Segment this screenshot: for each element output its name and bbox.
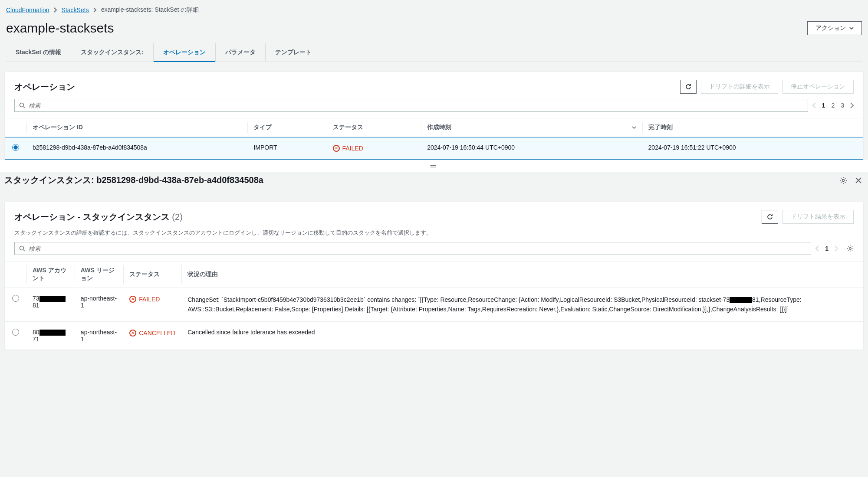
actions-label: アクション xyxy=(815,24,846,32)
cell-reason: ChangeSet: `StackImport-c5b0f8459b4e730b… xyxy=(181,288,863,322)
pager-page-1[interactable]: 1 xyxy=(825,245,829,252)
sort-desc-icon xyxy=(632,126,636,129)
show-drift-results-button[interactable]: ドリフト結果を表示 xyxy=(783,210,854,224)
cell-account: 8071 xyxy=(26,321,75,350)
instances-search-input[interactable] xyxy=(29,245,806,252)
col-op-id[interactable]: オペレーション ID xyxy=(26,118,247,137)
actions-dropdown[interactable]: アクション xyxy=(807,21,862,35)
page-title: example-stacksets xyxy=(6,21,114,36)
cell-status: ✕ CANCELLED xyxy=(123,321,181,350)
svg-point-2 xyxy=(20,246,24,250)
table-row[interactable]: 8071 ap-northeast-1 ✕ CANCELLED Cancelle… xyxy=(5,321,863,350)
row-select-radio[interactable] xyxy=(12,144,19,151)
tab-parameters[interactable]: パラメータ xyxy=(215,43,265,62)
svg-point-0 xyxy=(20,103,24,107)
col-select xyxy=(5,261,26,288)
detail-title: スタックインスタンス: b2581298-d9bd-438a-87eb-a4d0… xyxy=(4,174,263,186)
refresh-icon xyxy=(766,213,773,220)
cell-status: ✕ FAILED xyxy=(123,288,181,322)
col-finished[interactable]: 完了時刻 xyxy=(642,118,863,137)
stop-operation-button[interactable]: 停止オペレーション xyxy=(783,80,854,94)
refresh-button[interactable] xyxy=(680,80,697,94)
error-icon: ✕ xyxy=(129,330,136,337)
refresh-icon xyxy=(685,83,692,90)
chevron-right-icon xyxy=(54,7,57,13)
settings-button[interactable] xyxy=(839,176,847,184)
detail-header: スタックインスタンス: b2581298-d9bd-438a-87eb-a4d0… xyxy=(0,172,868,192)
cell-status: ✕ FAILED xyxy=(327,137,421,160)
gear-icon xyxy=(839,176,847,184)
breadcrumb-cloudformation[interactable]: CloudFormation xyxy=(6,7,49,13)
pager-page-3[interactable]: 3 xyxy=(841,102,844,109)
tab-template[interactable]: テンプレート xyxy=(265,43,321,62)
pager-prev[interactable] xyxy=(812,102,816,108)
col-status[interactable]: ステータス xyxy=(327,118,421,137)
split-drag-handle[interactable]: ═ xyxy=(0,160,868,172)
chevron-right-icon xyxy=(93,7,97,13)
stack-instances-subtitle: スタックインスタンスの詳細を確認するには、スタックインスタンスのアカウントにログ… xyxy=(5,229,863,242)
cell-region: ap-northeast-1 xyxy=(75,321,123,350)
col-status[interactable]: ステータス xyxy=(123,261,181,288)
col-select xyxy=(5,118,26,137)
close-icon xyxy=(855,177,862,184)
col-reason[interactable]: 状況の理由 xyxy=(181,261,863,288)
close-button[interactable] xyxy=(855,177,862,184)
redacted xyxy=(730,297,752,303)
operations-table: オペレーション ID タイプ ステータス 作成時刻 完了時刻 b2581298-… xyxy=(5,118,863,160)
tabs: StackSet の情報 スタックインスタンス: オペレーション パラメータ テ… xyxy=(6,43,862,62)
svg-point-3 xyxy=(849,248,851,249)
cell-type: IMPORT xyxy=(247,137,326,160)
caret-down-icon xyxy=(849,27,854,29)
search-icon xyxy=(19,102,25,108)
operations-title: オペレーション xyxy=(14,81,75,93)
redacted xyxy=(39,330,66,336)
stack-instances-title: オペレーション - スタックインスタンス (2) xyxy=(14,211,183,223)
row-select-radio[interactable] xyxy=(12,329,19,336)
instances-search[interactable] xyxy=(14,242,811,255)
refresh-button[interactable] xyxy=(762,210,778,224)
search-icon xyxy=(19,245,25,252)
pager-prev[interactable] xyxy=(815,245,819,252)
pager-page-2[interactable]: 2 xyxy=(831,102,835,109)
operations-panel: オペレーション ドリフトの詳細を表示 停止オペレーション 1 2 3 xyxy=(4,72,864,160)
table-settings-button[interactable] xyxy=(847,245,854,252)
col-region[interactable]: AWS リージョン xyxy=(75,261,123,288)
cell-finished: 2024-07-19 16:51:22 UTC+0900 xyxy=(642,137,863,160)
tab-stack-instances[interactable]: スタックインスタンス: xyxy=(71,43,153,62)
pager-next[interactable] xyxy=(835,245,838,252)
cell-region: ap-northeast-1 xyxy=(75,288,123,322)
error-icon: ✕ xyxy=(333,145,340,152)
error-icon: ✕ xyxy=(129,296,136,303)
gear-icon xyxy=(847,245,854,252)
row-select-radio[interactable] xyxy=(12,295,19,302)
tab-operations[interactable]: オペレーション xyxy=(153,43,215,62)
cell-reason: Cancelled since failure tolerance has ex… xyxy=(181,321,863,350)
cell-op-id: b2581298-d9bd-438a-87eb-a4d0f834508a xyxy=(26,137,247,160)
cell-created: 2024-07-19 16:50:44 UTC+0900 xyxy=(421,137,642,160)
stack-instances-panel: オペレーション - スタックインスタンス (2) ドリフト結果を表示 スタックイ… xyxy=(4,202,864,350)
breadcrumb: CloudFormation StackSets example-stackse… xyxy=(0,0,868,18)
tab-stackset-info[interactable]: StackSet の情報 xyxy=(6,43,71,62)
show-drift-details-button[interactable]: ドリフトの詳細を表示 xyxy=(701,80,778,94)
breadcrumb-stacksets[interactable]: StackSets xyxy=(62,7,89,13)
cell-account: 7381 xyxy=(26,288,75,322)
operations-search-input[interactable] xyxy=(29,102,803,109)
instances-pager: 1 xyxy=(815,245,854,252)
breadcrumb-current: example-stacksets: StackSet の詳細 xyxy=(101,6,199,14)
pager-page-1[interactable]: 1 xyxy=(822,102,825,109)
redacted xyxy=(39,296,66,302)
table-row[interactable]: 7381 ap-northeast-1 ✕ FAILED ChangeSet: … xyxy=(5,288,863,322)
operations-pager: 1 2 3 xyxy=(812,102,854,109)
operations-search[interactable] xyxy=(14,99,808,112)
col-type[interactable]: タイプ xyxy=(247,118,326,137)
col-account[interactable]: AWS アカウント xyxy=(26,261,75,288)
col-created[interactable]: 作成時刻 xyxy=(421,118,642,137)
page-header: example-stacksets アクション xyxy=(0,18,868,43)
pager-next[interactable] xyxy=(850,102,854,108)
table-row[interactable]: b2581298-d9bd-438a-87eb-a4d0f834508a IMP… xyxy=(5,137,863,160)
instances-table: AWS アカウント AWS リージョン ステータス 状況の理由 7381 ap-… xyxy=(5,261,863,350)
svg-point-1 xyxy=(842,179,845,181)
